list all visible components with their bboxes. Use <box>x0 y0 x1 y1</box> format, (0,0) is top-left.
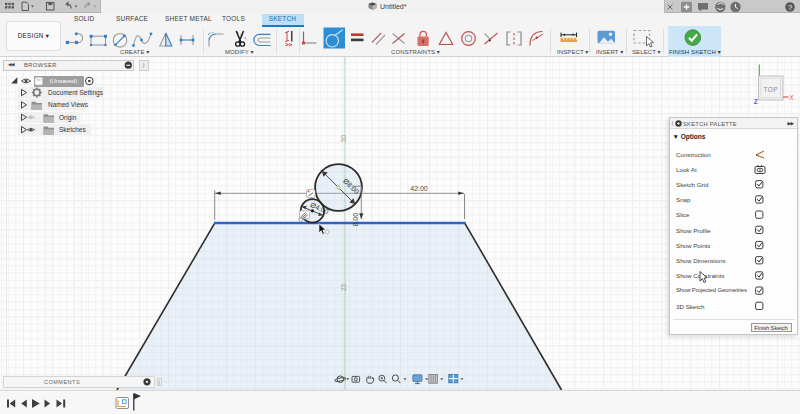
svg-text:25: 25 <box>340 283 347 291</box>
svg-text:TOP: TOP <box>764 86 778 93</box>
svg-text:X: X <box>789 94 794 101</box>
svg-text:8.00: 8.00 <box>352 213 359 227</box>
svg-text:Z: Z <box>754 98 758 105</box>
svg-text:42.00: 42.00 <box>410 185 428 192</box>
svg-text:?: ? <box>788 3 792 12</box>
svg-text:50: 50 <box>340 134 347 142</box>
